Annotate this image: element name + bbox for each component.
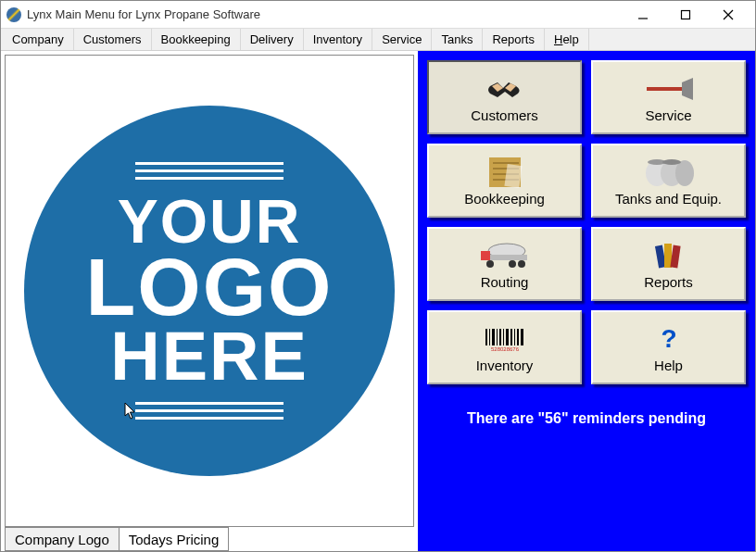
titlebar: Lynx Main Menu for Lynx Propane Software — [1, 1, 755, 29]
logo-decoration-bottom — [135, 397, 284, 424]
reminders-text: There are "56" reminders pending — [427, 410, 746, 427]
tile-label: Help — [654, 358, 683, 373]
tile-label: Customers — [471, 107, 538, 123]
tile-bookkeeping[interactable]: Bookkeeping — [427, 144, 582, 218]
svg-rect-18 — [481, 251, 490, 260]
svg-rect-35 — [521, 329, 523, 345]
logo-decoration-top — [135, 157, 284, 184]
menu-company[interactable]: Company — [3, 29, 74, 50]
svg-rect-25 — [485, 329, 487, 345]
menu-customers[interactable]: Customers — [74, 29, 152, 50]
svg-rect-4 — [647, 87, 684, 91]
menu-tanks[interactable]: Tanks — [432, 29, 483, 50]
svg-point-19 — [486, 260, 494, 268]
menu-reports[interactable]: Reports — [483, 29, 545, 50]
svg-point-15 — [662, 159, 681, 165]
svg-rect-27 — [492, 329, 495, 345]
tile-customers[interactable]: Customers — [427, 60, 582, 134]
tile-routing[interactable]: Routing — [427, 227, 582, 301]
logo-placeholder: YOUR LOGO HERE — [24, 106, 395, 476]
left-pane: YOUR LOGO HERE Company Logo Todays Prici… — [1, 51, 418, 551]
menu-help[interactable]: Help — [545, 29, 589, 50]
maximize-button[interactable] — [664, 1, 707, 29]
tile-label: Inventory — [476, 358, 534, 373]
svg-rect-34 — [517, 329, 519, 345]
svg-rect-33 — [514, 329, 515, 345]
app-icon — [6, 7, 21, 22]
window-controls — [622, 1, 750, 29]
svg-text:?: ? — [661, 325, 676, 353]
logo-frame: YOUR LOGO HERE — [5, 55, 414, 527]
wrench-icon — [643, 72, 695, 106]
logo-line2: LOGO — [85, 250, 333, 325]
tile-label: Service — [645, 107, 691, 123]
tab-todays-pricing[interactable]: Todays Pricing — [119, 527, 230, 551]
right-pane: Customers Service — [418, 51, 755, 551]
menubar: Company Customers Bookkeeping Delivery I… — [1, 29, 755, 51]
svg-rect-32 — [510, 329, 512, 345]
minimize-button[interactable] — [622, 1, 664, 29]
menu-bookkeeping[interactable]: Bookkeeping — [152, 29, 241, 50]
svg-rect-1 — [682, 10, 690, 19]
tile-label: Reports — [644, 274, 693, 290]
svg-rect-28 — [497, 329, 498, 345]
tile-help[interactable]: ? Help — [591, 310, 746, 384]
tile-tanks-equip[interactable]: Tanks and Equip. — [591, 144, 746, 218]
tile-service[interactable]: Service — [591, 60, 746, 134]
ledger-icon — [487, 156, 523, 189]
logo-line3: HERE — [85, 325, 333, 388]
tile-grid: Customers Service — [427, 60, 746, 384]
svg-point-13 — [675, 160, 694, 186]
content-area: YOUR LOGO HERE Company Logo Todays Prici… — [1, 51, 755, 551]
barcode-icon: 528028676 — [484, 322, 526, 356]
logo-text: YOUR LOGO HERE — [85, 194, 333, 388]
bottom-tabs: Company Logo Todays Pricing — [5, 527, 414, 551]
handshake-icon — [485, 72, 525, 106]
svg-rect-31 — [506, 329, 509, 345]
tile-label: Tanks and Equip. — [615, 191, 722, 207]
tile-reports[interactable]: Reports — [591, 227, 746, 301]
tanks-icon — [644, 156, 694, 189]
window-title: Lynx Main Menu for Lynx Propane Software — [27, 7, 622, 21]
svg-point-20 — [509, 260, 516, 268]
close-button[interactable] — [707, 1, 750, 29]
svg-point-21 — [518, 260, 525, 268]
books-icon — [653, 239, 685, 272]
tile-inventory[interactable]: 528028676 Inventory — [427, 310, 582, 384]
question-icon: ? — [660, 322, 678, 356]
truck-icon — [479, 239, 531, 272]
menu-delivery[interactable]: Delivery — [241, 29, 304, 50]
menu-inventory[interactable]: Inventory — [304, 29, 372, 50]
tile-label: Routing — [481, 274, 529, 290]
tile-label: Bookkeeping — [464, 191, 545, 207]
svg-rect-10 — [504, 164, 522, 188]
svg-rect-26 — [489, 329, 490, 345]
svg-rect-30 — [503, 329, 504, 345]
svg-rect-23 — [664, 244, 672, 268]
svg-rect-24 — [670, 245, 680, 268]
svg-text:528028676: 528028676 — [490, 346, 519, 352]
svg-rect-29 — [499, 329, 501, 345]
tab-company-logo[interactable]: Company Logo — [5, 527, 120, 551]
menu-service[interactable]: Service — [372, 29, 432, 50]
